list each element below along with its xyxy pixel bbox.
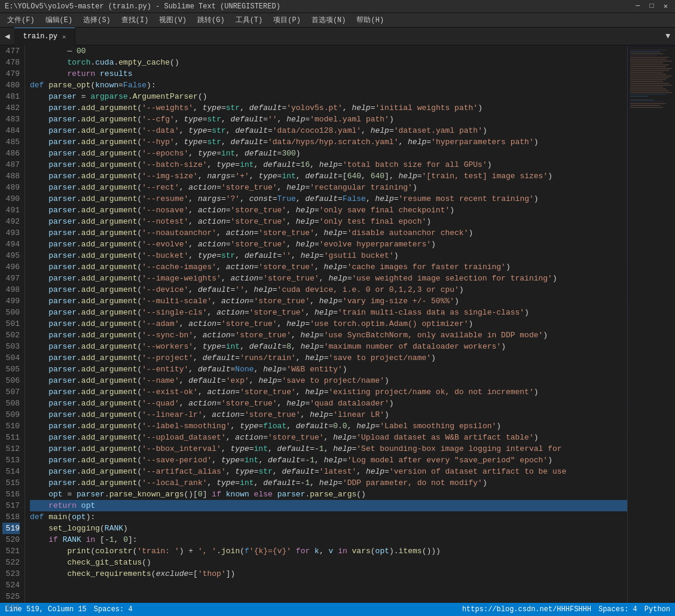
code-line-504: parser.add_argument('--sync-bn', action=… [30, 330, 627, 341]
svg-rect-31 [630, 107, 663, 108]
svg-rect-27 [630, 100, 654, 100]
svg-rect-28 [630, 102, 663, 102]
svg-rect-19 [630, 83, 669, 84]
code-line-516: parser.add_argument('--artifact_alias', … [30, 466, 627, 477]
svg-rect-14 [630, 74, 666, 74]
svg-rect-8 [630, 63, 663, 63]
code-line-479: return results [30, 68, 627, 80]
svg-rect-21 [630, 87, 663, 87]
menu-help[interactable]: 帮助(H) [352, 14, 389, 26]
tab-bar: ◀ train.py ✕ ▼ [0, 28, 675, 45]
code-line-507: parser.add_argument('--entity', default=… [30, 364, 627, 375]
svg-rect-0 [629, 47, 675, 602]
status-spacer: Spaces: 4 [94, 605, 133, 614]
status-spaces: Spaces: 4 [598, 605, 637, 614]
menu-edit[interactable]: 编辑(E) [41, 14, 78, 26]
title-text: E:\YOLOv5\yolov5-master (train.py) - Sub… [5, 2, 280, 11]
code-line-523: set_logging(RANK) [30, 523, 627, 534]
svg-rect-18 [630, 81, 663, 82]
svg-rect-26 [630, 96, 648, 96]
tab-label: train.py [23, 32, 57, 41]
code-line-513: parser.add_argument('--upload_dataset', … [30, 432, 627, 443]
menu-find[interactable]: 查找(I) [117, 14, 154, 26]
code-line-501: parser.add_argument('--multi-scale', act… [30, 295, 627, 307]
code-line-512: parser.add_argument('--label-smoothing',… [30, 420, 627, 432]
code-line-497: parser.add_argument('--bucket', type=str… [30, 250, 627, 261]
svg-rect-11 [630, 68, 672, 69]
code-line-488: parser.add_argument('--epochs', type=int… [30, 148, 627, 159]
code-line-519: return opt [30, 500, 627, 511]
tab-arrow-left[interactable]: ◀ [0, 31, 14, 41]
svg-rect-17 [630, 80, 666, 80]
menu-project[interactable]: 项目(P) [268, 14, 306, 26]
status-bar: Line 519, Column 15 Spaces: 4 https://bl… [0, 603, 675, 616]
svg-rect-5 [630, 57, 669, 58]
svg-rect-12 [630, 70, 669, 71]
code-line-496: parser.add_argument('--evolve', action='… [30, 239, 627, 250]
minimap [627, 45, 675, 603]
status-line-col: Line 519, Column 15 [5, 605, 87, 614]
code-line-487: parser.add_argument('--hyp', type=str, d… [30, 136, 627, 148]
menu-tools[interactable]: 工具(T) [231, 14, 268, 26]
svg-rect-24 [630, 92, 672, 93]
code-line-490: parser.add_argument('--img-size', nargs=… [30, 170, 627, 182]
svg-rect-29 [630, 103, 666, 104]
code-line-517: parser.add_argument('--local_rank', type… [30, 477, 627, 489]
code-line-491: parser.add_argument('--rect', action='st… [30, 182, 627, 193]
code-line-509: parser.add_argument('--exist-ok', action… [30, 386, 627, 398]
maximize-button[interactable]: □ [647, 2, 656, 11]
code-line-498: parser.add_argument('--cache-images', ac… [30, 261, 627, 273]
code-line-493: parser.add_argument('--nosave', action='… [30, 205, 627, 216]
svg-rect-25 [630, 94, 666, 94]
code-line-527: check_requirements(exclude=['thop']) [30, 568, 627, 580]
tab-close-button[interactable]: ✕ [62, 33, 66, 41]
code-line-486: parser.add_argument('--data', type=str, … [30, 125, 627, 136]
code-line-515: parser.add_argument('--save-period', typ… [30, 455, 627, 466]
code-area[interactable]: — 00 torch.cuda.empty_cache() return res… [25, 45, 627, 603]
tab-trainpy[interactable]: train.py ✕ [14, 28, 75, 45]
code-line-495: parser.add_argument('--noautoanchor', ac… [30, 227, 627, 239]
code-line-489: parser.add_argument('--batch-size', type… [30, 159, 627, 170]
code-line-511: parser.add_argument('--linear-lr', actio… [30, 409, 627, 420]
status-url: https://blog.csdn.net/HHHFSHHH [462, 605, 591, 614]
menu-view[interactable]: 视图(V) [154, 14, 191, 26]
svg-rect-10 [630, 66, 666, 67]
menu-prefs[interactable]: 首选项(N) [307, 14, 351, 26]
code-line-484: parser.add_argument('--weights', type=st… [30, 102, 627, 114]
svg-rect-16 [630, 78, 669, 78]
svg-rect-1 [630, 50, 666, 50]
line-numbers: 477 478 479 480 481 482 483 484 485 486 … [0, 45, 25, 603]
svg-rect-9 [630, 65, 669, 65]
code-line-485: parser.add_argument('--cfg', type=str, d… [30, 114, 627, 125]
code-line-525: print(colorstr('train: ') + ', '.join(f'… [30, 545, 627, 557]
close-button[interactable]: ✕ [661, 2, 670, 11]
code-line-502: parser.add_argument('--single-cls', acti… [30, 307, 627, 318]
code-line-483: parser = argparse.ArgumentParser() [30, 91, 627, 102]
menu-select[interactable]: 选择(S) [78, 14, 115, 26]
svg-rect-7 [630, 61, 672, 62]
tab-arrow-right[interactable]: ▼ [661, 32, 675, 41]
minimize-button[interactable]: — [633, 2, 642, 11]
code-line-499: parser.add_argument('--image-weights', a… [30, 273, 627, 284]
code-line-492: parser.add_argument('--resume', nargs='?… [30, 193, 627, 205]
code-line-522: def main(opt): [30, 511, 627, 523]
code-line-506: parser.add_argument('--project', default… [30, 352, 627, 364]
code-line-478: torch.cuda.empty_cache() [30, 57, 627, 68]
title-bar: E:\YOLOv5\yolov5-master (train.py) - Sub… [0, 0, 675, 13]
code-line-508: parser.add_argument('--name', default='e… [30, 375, 627, 386]
svg-rect-15 [630, 75, 672, 76]
code-line-518: opt = parser.parse_known_args()[0] if kn… [30, 489, 627, 500]
svg-rect-3 [630, 53, 663, 54]
code-line-494: parser.add_argument('--notest', action='… [30, 216, 627, 227]
svg-rect-20 [630, 85, 672, 86]
code-line-514: parser.add_argument('--bbox_interval', t… [30, 443, 627, 455]
code-line-477: — 00 [30, 45, 627, 57]
svg-rect-4 [630, 55, 657, 56]
menu-file[interactable]: 文件(F) [2, 14, 39, 26]
menu-goto[interactable]: 跳转(G) [193, 14, 230, 26]
svg-rect-22 [630, 89, 666, 89]
code-line-505: parser.add_argument('--workers', type=in… [30, 341, 627, 352]
svg-rect-2 [630, 51, 660, 52]
code-line-482: def parse_opt(known=False): [30, 80, 627, 91]
status-lang: Python [645, 605, 670, 614]
